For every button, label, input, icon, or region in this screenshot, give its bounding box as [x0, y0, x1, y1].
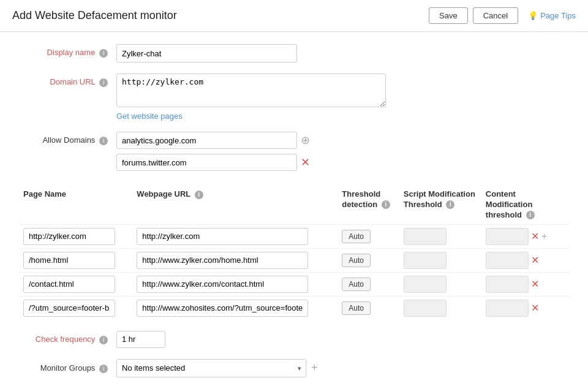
script-mod-cell-2 — [399, 272, 481, 296]
table-row: Auto ✕ — [18, 296, 570, 320]
monitor-groups-row: Monitor Groups i No items selected ▾ + — [18, 359, 570, 377]
page-tips-link[interactable]: 💡 Page Tips — [528, 11, 576, 20]
page-tips-label: Page Tips — [540, 11, 576, 20]
webpage-url-cell-1 — [132, 248, 337, 272]
page-name-input-0[interactable] — [23, 228, 115, 245]
domain-input-1[interactable] — [116, 154, 297, 171]
monitor-groups-select-wrapper: No items selected ▾ — [116, 359, 306, 377]
monitor-groups-info-icon[interactable]: i — [99, 365, 108, 373]
allow-domains-group: ⊕ ✕ — [116, 132, 310, 171]
get-website-pages-link[interactable]: Get website pages — [116, 112, 386, 121]
script-mod-cell-3 — [399, 296, 481, 320]
domain-url-input[interactable]: http://zylker.com — [116, 74, 386, 107]
auto-button-2[interactable]: Auto — [342, 278, 371, 291]
content-mod-input-3[interactable] — [486, 300, 529, 317]
webpage-url-info-icon[interactable]: i — [195, 191, 203, 199]
script-mod-input-3[interactable] — [404, 300, 447, 317]
add-domain-icon[interactable]: ⊕ — [301, 135, 310, 146]
display-name-label: Display name i — [18, 44, 116, 58]
remove-row-icon-0[interactable]: ✕ — [531, 232, 539, 241]
table-row: Auto ✕ — [18, 272, 570, 296]
monitor-groups-select[interactable]: No items selected — [116, 359, 306, 377]
webpage-url-cell-0 — [132, 224, 337, 248]
webpage-url-input-2[interactable] — [137, 276, 308, 293]
script-mod-input-1[interactable] — [404, 252, 447, 269]
domain-url-row: Domain URL i http://zylker.com Get websi… — [18, 74, 570, 121]
threshold-cell-3: Auto — [337, 296, 398, 320]
webpage-url-cell-2 — [132, 272, 337, 296]
remove-row-icon-1[interactable]: ✕ — [531, 255, 539, 265]
col-header-content-mod: Content Modification threshold i — [481, 186, 570, 224]
script-mod-cell-1 — [399, 248, 481, 272]
display-name-field-group — [116, 44, 297, 62]
webpage-url-input-1[interactable] — [137, 252, 308, 269]
content-mod-input-0[interactable] — [486, 228, 529, 245]
allow-domains-info-icon[interactable]: i — [99, 137, 108, 145]
page-name-cell-3 — [18, 296, 132, 320]
auto-button-0[interactable]: Auto — [342, 230, 371, 243]
col-header-page-name: Page Name — [18, 186, 132, 224]
content-mod-cell-3: ✕ — [481, 296, 570, 320]
webpage-url-cell-3 — [132, 296, 337, 320]
check-frequency-label: Check frequency i — [18, 335, 116, 344]
display-name-info-icon[interactable]: i — [99, 49, 108, 58]
add-monitor-group-icon[interactable]: + — [311, 361, 318, 374]
remove-row-icon-3[interactable]: ✕ — [531, 303, 539, 313]
monitor-groups-label: Monitor Groups i — [18, 363, 116, 373]
content-mod-cell-0: ✕+ — [481, 224, 570, 248]
domain-url-field-group: http://zylker.com Get website pages — [116, 74, 386, 121]
content-mod-info-icon[interactable]: i — [526, 211, 535, 219]
page-name-input-3[interactable] — [23, 300, 115, 317]
auto-button-1[interactable]: Auto — [342, 254, 371, 267]
remove-domain-icon-1[interactable]: ✕ — [301, 157, 310, 168]
remove-row-icon-2[interactable]: ✕ — [531, 279, 539, 289]
pages-table-section: Page Name Webpage URL i Threshold detect… — [18, 186, 570, 320]
page-name-cell-0 — [18, 224, 132, 248]
allow-domains-label: Allow Domains i — [18, 132, 116, 145]
table-row: Auto ✕+ — [18, 224, 570, 248]
content-mod-input-1[interactable] — [486, 252, 529, 269]
allow-domains-row: Allow Domains i ⊕ ✕ — [18, 132, 570, 171]
domain-row-0: ⊕ — [116, 132, 310, 149]
check-frequency-input[interactable] — [116, 331, 165, 348]
main-content: Display name i Domain URL i http://zylke… — [0, 32, 588, 386]
script-mod-input-0[interactable] — [404, 228, 447, 245]
script-mod-cell-0 — [399, 224, 481, 248]
check-frequency-row: Check frequency i — [18, 331, 570, 348]
webpage-url-input-3[interactable] — [137, 300, 308, 317]
page-name-cell-1 — [18, 248, 132, 272]
threshold-cell-2: Auto — [337, 272, 398, 296]
pages-table: Page Name Webpage URL i Threshold detect… — [18, 186, 570, 320]
header-actions: Save Cancel 💡 Page Tips — [429, 7, 576, 24]
table-row: Auto ✕ — [18, 248, 570, 272]
script-mod-input-2[interactable] — [404, 276, 447, 293]
page-name-cell-2 — [18, 272, 132, 296]
threshold-cell-0: Auto — [337, 224, 398, 248]
page-header: Add Website Defacement monitor Save Canc… — [0, 0, 588, 32]
table-header-row: Page Name Webpage URL i Threshold detect… — [18, 186, 570, 224]
display-name-input[interactable] — [116, 44, 297, 62]
content-mod-cell-2: ✕ — [481, 272, 570, 296]
domain-input-0[interactable] — [116, 132, 297, 149]
threshold-info-icon[interactable]: i — [382, 200, 390, 209]
threshold-cell-1: Auto — [337, 248, 398, 272]
col-header-script-mod: Script Modification Threshold i — [399, 186, 481, 224]
bulb-icon: 💡 — [528, 11, 538, 20]
page-name-input-2[interactable] — [23, 276, 115, 293]
page-name-input-1[interactable] — [23, 252, 115, 269]
check-frequency-info-icon[interactable]: i — [99, 336, 108, 344]
display-name-row: Display name i — [18, 44, 570, 62]
domain-url-info-icon[interactable]: i — [99, 78, 108, 87]
cancel-button[interactable]: Cancel — [473, 7, 518, 24]
script-mod-info-icon[interactable]: i — [446, 200, 454, 209]
add-row-icon-0[interactable]: + — [541, 231, 547, 242]
save-button[interactable]: Save — [429, 7, 468, 24]
col-header-webpage-url: Webpage URL i — [132, 186, 337, 224]
webpage-url-input-0[interactable] — [137, 228, 308, 245]
content-mod-input-2[interactable] — [486, 276, 529, 293]
auto-button-3[interactable]: Auto — [342, 301, 371, 315]
domain-url-label: Domain URL i — [18, 74, 116, 87]
col-header-threshold: Threshold detection i — [337, 186, 398, 224]
page-title: Add Website Defacement monitor — [12, 9, 177, 22]
content-mod-cell-1: ✕ — [481, 248, 570, 272]
